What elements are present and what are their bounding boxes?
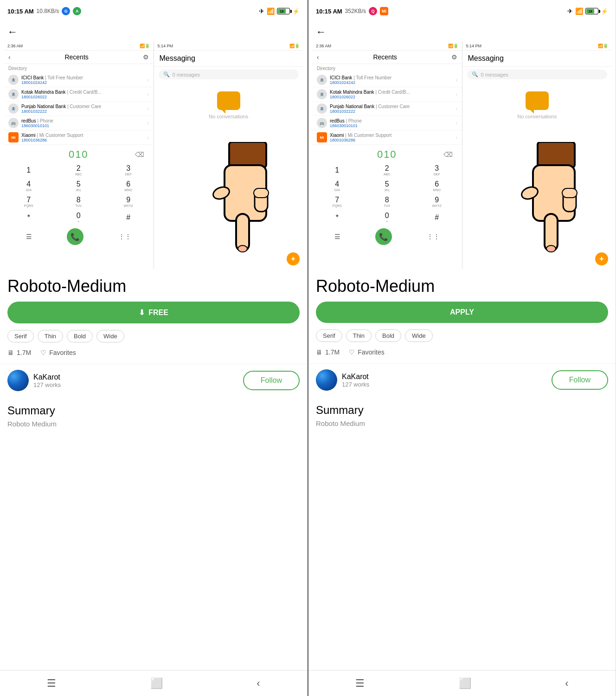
author-avatar-left[interactable] [7,370,29,391]
mini-icons-msg-left: 📶🔋 [289,44,300,48]
dial-key-4-left[interactable]: 4GHI [4,178,54,194]
tag-bold-left[interactable]: Bold [67,330,93,342]
xiaomi-name-right: Xiaomi | Mi Customer Support [330,133,456,138]
bank-item-kotak-left[interactable]: 🏦 Kotak Mahindra Bank | Credit Card/B...… [4,87,154,102]
dial-key-6-right[interactable]: 6MNO [412,178,462,194]
dial-key-5-left[interactable]: 5JKL [54,178,104,194]
msg-fab-right[interactable]: + [595,252,608,265]
meta-row-left: 🖥 1.7M ♡ Favorites [7,349,300,356]
meta-row-right: 🖥 1.7M ♡ Favorites [316,348,608,356]
bank-item-icici-right[interactable]: 🏦 ICICI Bank | Toll Free Number 18001024… [312,73,462,87]
summary-section-left: Summary Roboto Medium [0,397,307,435]
follow-button-right[interactable]: Follow [552,370,608,390]
bank-item-pnb-right[interactable]: 🏦 Punjab National Bank | Customer Care 1… [312,102,462,116]
author-avatar-right[interactable] [316,369,337,391]
bank-item-xiaomi-right[interactable]: Mi Xiaomi | Mi Customer Support 18001036… [312,130,462,145]
nav-menu-icon-right[interactable]: ☰ [355,677,365,690]
q-icon: Q [369,7,377,15]
dial-key-5-right[interactable]: 5JKL [362,178,412,194]
bottom-nav-right: ☰ ⬜ ‹ [308,670,616,696]
directory-label-right: Directory [312,64,462,73]
tag-serif-right[interactable]: Serif [316,329,342,342]
dial-key-3-right[interactable]: 3DEF [412,162,462,178]
dial-key-9-left[interactable]: 9WXYZ [103,194,154,210]
lightning-icon-right: ⚡ [601,8,608,15]
bank-item-pnb-left[interactable]: 🏦 Punjab National Bank | Customer Care 1… [4,102,154,116]
recents-settings-right[interactable]: ⚙ [451,53,457,61]
dial-key-4-right[interactable]: 4GHI [312,178,362,194]
dialpad-bottom-right: ☰ 📞 ⋮⋮ [312,226,462,248]
recents-header-right: ‹ Recents ⚙ [312,51,462,64]
dial-backspace-right[interactable]: ⌫ [443,151,453,158]
nav-menu-icon-left[interactable]: ☰ [47,677,56,690]
bank-item-kotak-right[interactable]: 🏦 Kotak Mahindra Bank | Credit Card/B...… [312,87,462,102]
recents-settings-left[interactable]: ⚙ [143,53,149,61]
redbus-chevron-left: › [147,121,148,126]
dial-call-button-left[interactable]: 📞 [67,228,83,245]
favorites-left[interactable]: ♡ Favorites [40,349,76,356]
download-box-icon-right: 🖥 [316,348,322,356]
dial-key-0-left[interactable]: 0+ [54,210,104,226]
tag-serif-left[interactable]: Serif [7,330,34,342]
recents-back-left[interactable]: ‹ [8,53,11,61]
redbus-avatar-right: 🚌 [317,118,327,128]
summary-title-left: Summary [7,404,300,417]
redbus-number-left: 186030010101 [21,123,147,128]
bank-item-redbus-left[interactable]: 🚌 redBus | Phone 186030010101 › [4,116,154,130]
nav-back-icon-right[interactable]: ‹ [565,677,568,690]
back-button-right[interactable]: ← [316,26,326,38]
dial-grid-icon-left[interactable]: ⋮⋮ [118,233,131,240]
nav-back-icon-left[interactable]: ‹ [257,677,260,690]
msg-fab-left[interactable]: + [287,252,300,265]
tag-thin-left[interactable]: Thin [38,330,63,342]
mini-icons-right: 📶🔋 [448,44,458,48]
dial-backspace-left[interactable]: ⌫ [135,151,144,158]
summary-text-right: Roboto Medium [316,419,608,427]
dial-key-0-right[interactable]: 0+ [362,210,412,226]
back-button-left[interactable]: ← [7,26,18,38]
bank-item-icici-left[interactable]: 🏦 ICICI Bank | Toll Free Number 18001024… [4,73,154,87]
bank-item-redbus-right[interactable]: 🚌 redBus | Phone 186030010101 › [312,116,462,130]
dial-key-1-left[interactable]: 1 [4,162,54,178]
dial-key-7-right[interactable]: 7PQRS [312,194,362,210]
dial-grid-icon-right[interactable]: ⋮⋮ [427,233,440,240]
free-button-left[interactable]: ⬇ FREE [7,302,300,323]
messaging-search-left[interactable]: 🔍 0 messages [159,70,299,79]
dial-key-6-left[interactable]: 6MNO [103,178,154,194]
redbus-number-right: 186030010101 [330,123,456,128]
favorites-right[interactable]: ♡ Favorites [349,348,385,356]
right-panel: 10:15 AM 352KB/s Q Mi ✈ 📶 19 ⚡ ← 2:36 AM… [308,0,616,696]
dial-key-hash-left[interactable]: # [103,210,154,226]
dial-key-1-right[interactable]: 1 [312,162,362,178]
dial-menu-icon-right[interactable]: ☰ [334,233,340,240]
back-row-right: ← [308,22,616,42]
tag-bold-right[interactable]: Bold [375,329,401,342]
nav-home-icon-right[interactable]: ⬜ [459,677,471,690]
search-icon-right: 🔍 [472,71,478,77]
dial-key-3-left[interactable]: 3DEF [103,162,154,178]
summary-text-left: Roboto Medium [7,420,300,428]
dial-key-8-right[interactable]: 8TUV [362,194,412,210]
tag-thin-right[interactable]: Thin [346,329,372,342]
follow-button-left[interactable]: Follow [243,371,300,390]
dial-key-hash-right[interactable]: # [412,210,462,226]
messaging-search-right[interactable]: 🔍 0 messages [467,70,608,79]
dial-key-2-left[interactable]: 2ABC [54,162,104,178]
bank-item-xiaomi-left[interactable]: Mi Xiaomi | Mi Customer Support 18001036… [4,130,154,145]
tag-wide-left[interactable]: Wide [96,330,124,342]
dial-key-star-right[interactable]: * [312,210,362,226]
dial-key-7-left[interactable]: 7PQRS [4,194,54,210]
dial-key-8-left[interactable]: 8TUV [54,194,104,210]
author-name-right: KaKarot [342,373,369,381]
tag-wide-right[interactable]: Wide [405,329,433,342]
dial-call-button-right[interactable]: 📞 [375,228,392,245]
dial-key-9-right[interactable]: 9WXYZ [412,194,462,210]
recents-back-right[interactable]: ‹ [317,53,319,61]
nav-home-icon-left[interactable]: ⬜ [150,677,163,690]
dial-key-star-left[interactable]: * [4,210,54,226]
dial-key-2-right[interactable]: 2ABC [362,162,412,178]
dial-number-display-right: 010 [377,148,397,161]
apply-button-right[interactable]: APPLY [316,302,608,323]
dial-menu-icon-left[interactable]: ☰ [26,233,32,240]
pnb-number-left: 18001032222 [21,109,147,114]
